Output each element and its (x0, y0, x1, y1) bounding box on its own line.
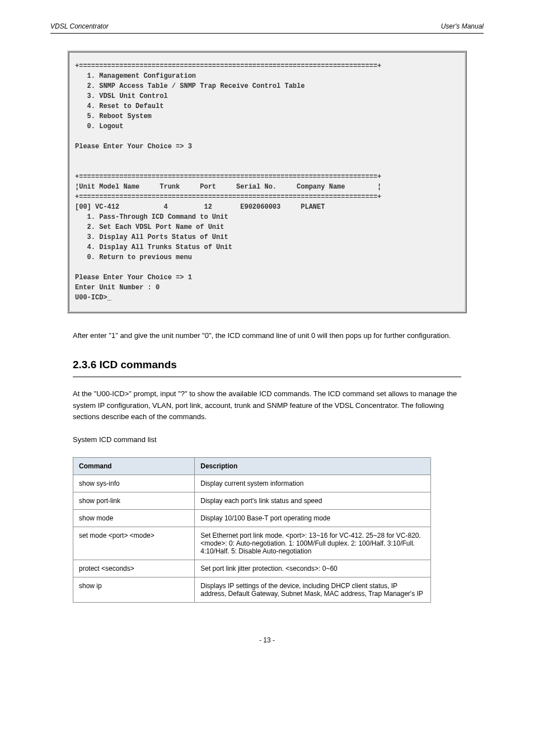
terminal-screenshot: +=======================================… (67, 50, 467, 313)
table-title: System ICD command list (73, 434, 461, 446)
table-row: show ip Displays IP settings of the devi… (73, 577, 431, 602)
table-row: show port-link Display each port's link … (73, 492, 431, 509)
cmd-cell: show sys-info (73, 475, 195, 492)
header-left: VDSL Concentrator (50, 22, 109, 30)
table-header-description: Description (195, 457, 431, 475)
header-right: User's Manual (441, 22, 484, 30)
cmd-cell: set mode <port> <mode> (73, 527, 195, 560)
cmd-cell: show port-link (73, 492, 195, 509)
desc-cell: Display 10/100 Base-T port operating mod… (195, 509, 431, 527)
icd-command-table: Command Description show sys-info Displa… (73, 457, 431, 603)
desc-cell: Display each port's link status and spee… (195, 492, 431, 509)
section-heading: 2.3.6 ICD commands (73, 359, 461, 371)
cmd-cell: show mode (73, 509, 195, 527)
paragraph-after-terminal: After enter "1" and give the unit number… (73, 330, 461, 342)
desc-cell: Set port link jitter protection. <second… (195, 560, 431, 577)
page-number: - 13 - (50, 636, 484, 644)
table-row: set mode <port> <mode> Set Ethernet port… (73, 527, 431, 560)
cmd-cell: protect <seconds> (73, 560, 195, 577)
table-row: show mode Display 10/100 Base-T port ope… (73, 509, 431, 527)
desc-cell: Display current system information (195, 475, 431, 492)
page-header: VDSL Concentrator User's Manual (50, 22, 484, 34)
section-divider (73, 377, 461, 377)
table-row: show sys-info Display current system inf… (73, 475, 431, 492)
table-header-command: Command (73, 457, 195, 475)
table-row: protect <seconds> Set port link jitter p… (73, 560, 431, 577)
cmd-cell: show ip (73, 577, 195, 602)
section-intro-paragraph: At the "U00-ICD>" prompt, input "?" to s… (73, 388, 461, 423)
desc-cell: Displays IP settings of the device, incl… (195, 577, 431, 602)
desc-cell: Set Ethernet port link mode. <port>: 13~… (195, 527, 431, 560)
